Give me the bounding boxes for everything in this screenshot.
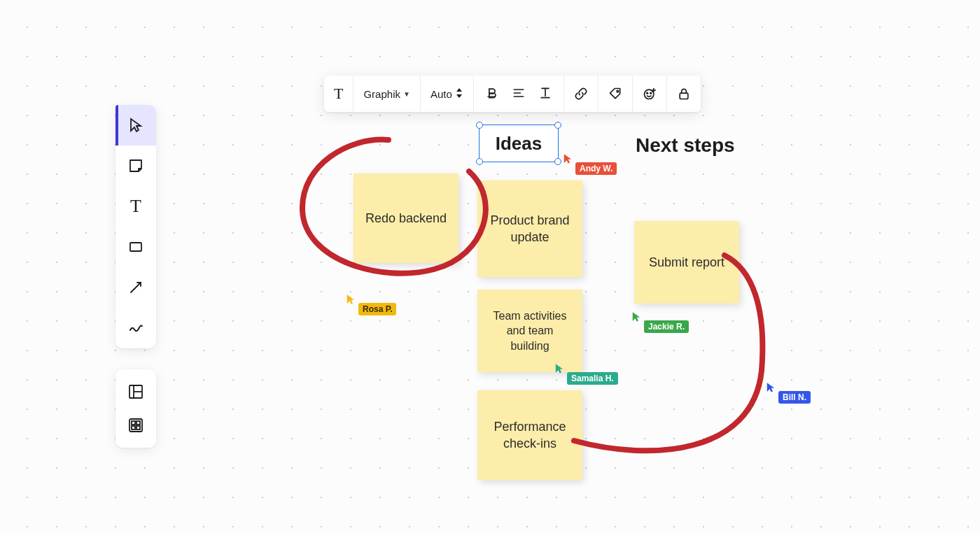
link-button[interactable] (564, 76, 598, 112)
selection-handle[interactable] (554, 158, 561, 165)
cursor-name: Andy W. (575, 162, 617, 175)
svg-rect-5 (132, 426, 135, 429)
sticky-note[interactable]: Redo backend (354, 173, 458, 263)
collaborator-cursor-jackie: Jackie R. (630, 311, 689, 333)
selected-text-box[interactable]: Ideas (479, 125, 559, 162)
sticky-text: Product brand update (487, 212, 573, 246)
heading-ideas: Ideas (496, 133, 542, 155)
sticky-note-tool[interactable] (115, 145, 156, 186)
sticky-note[interactable]: Submit report (634, 221, 739, 304)
selection-handle[interactable] (554, 122, 561, 129)
text-format-button[interactable]: T (324, 76, 354, 112)
collaborator-cursor-rosa: Rosa P. (344, 293, 396, 315)
svg-rect-6 (136, 426, 140, 429)
chevron-down-icon: ▼ (403, 90, 410, 98)
draw-tool[interactable] (115, 308, 156, 348)
text-style-group (474, 76, 564, 112)
collaborator-cursor-bill: Bill N. (764, 381, 811, 404)
cursor-icon (630, 311, 643, 323)
sticky-text: Team activities and team building (487, 308, 573, 354)
svg-rect-3 (132, 421, 135, 425)
sticky-text: Redo backend (365, 210, 447, 227)
font-size-stepper[interactable]: Auto (421, 76, 474, 112)
heading-next-steps[interactable]: Next steps (636, 134, 735, 157)
cursor-name: Samalia H. (567, 372, 618, 385)
stepper-arrows-icon (455, 87, 463, 101)
font-family-dropdown[interactable]: Graphik ▼ (354, 76, 420, 112)
select-tool[interactable] (115, 105, 156, 145)
left-toolbar-secondary (115, 369, 156, 448)
svg-point-10 (650, 92, 652, 94)
underline-button[interactable] (538, 86, 552, 102)
collaborator-cursor-samalia: Samalia H. (553, 362, 618, 385)
cursor-name: Rosa P. (358, 303, 396, 315)
cursor-name: Jackie R. (644, 320, 689, 333)
grid-tool[interactable] (115, 408, 156, 442)
sticky-text: Submit report (649, 254, 724, 271)
cursor-icon (344, 293, 357, 306)
template-tool[interactable] (115, 375, 156, 408)
selection-handle[interactable] (476, 122, 483, 129)
cursor-icon (561, 152, 574, 165)
shape-tool[interactable] (115, 227, 156, 267)
sticky-note[interactable]: Team activities and team building (477, 290, 582, 372)
selection-handle[interactable] (476, 158, 483, 165)
align-button[interactable] (512, 86, 526, 102)
sticky-note[interactable]: Performance check-ins (477, 390, 582, 480)
text-icon: T (130, 196, 141, 217)
left-toolbar: T (115, 105, 156, 348)
text-tool[interactable]: T (115, 186, 156, 227)
bold-button[interactable] (485, 86, 499, 102)
svg-point-7 (617, 90, 619, 92)
svg-point-9 (647, 92, 648, 94)
format-toolbar: T Graphik ▼ Auto (324, 76, 701, 112)
tag-button[interactable] (598, 76, 633, 112)
svg-point-8 (644, 90, 653, 99)
font-size-label: Auto (430, 88, 452, 100)
cursor-icon (553, 362, 566, 375)
cursor-icon (764, 381, 777, 394)
font-family-label: Graphik (363, 88, 400, 100)
svg-rect-0 (130, 243, 141, 251)
emoji-button[interactable] (633, 76, 667, 112)
line-arrow-tool[interactable] (115, 267, 156, 308)
sticky-text: Performance check-ins (487, 418, 573, 453)
svg-rect-11 (680, 93, 688, 99)
text-icon: T (334, 85, 343, 103)
sticky-note[interactable]: Product brand update (477, 180, 582, 277)
lock-button[interactable] (667, 76, 701, 112)
svg-rect-4 (136, 421, 140, 425)
cursor-name: Bill N. (778, 391, 811, 404)
collaborator-cursor-andy: Andy W. (561, 152, 617, 175)
